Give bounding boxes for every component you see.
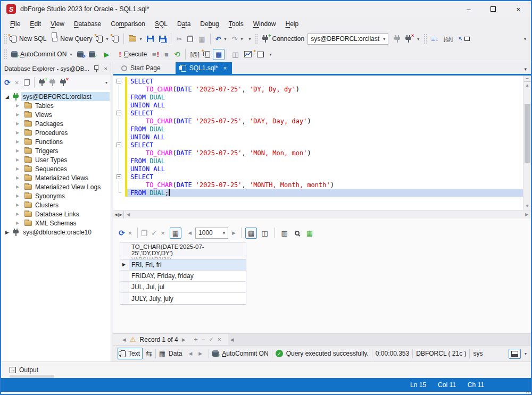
connect-button[interactable] — [392, 33, 403, 45]
rollback-button[interactable]: ✓ — [86, 49, 98, 60]
menu-window[interactable]: Window — [248, 18, 281, 30]
table-row[interactable]: FRIDAY, Friday, friday — [120, 271, 246, 282]
autocommit-status[interactable]: AutoCommit ON — [222, 350, 268, 357]
execute-script-button[interactable]: ≡ ! — [149, 49, 162, 60]
page-size-combobox[interactable]: 1000 ▾ — [195, 228, 228, 239]
apply-changes-icon[interactable]: ✓ — [151, 230, 157, 237]
fold-gutter[interactable] — [113, 101, 125, 109]
scroll-track[interactable] — [523, 89, 531, 203]
delete-record-button[interactable]: − — [202, 336, 205, 343]
open-file-button[interactable]: ▾ — [126, 34, 144, 44]
tree-item-views[interactable]: ▶Views — [1, 110, 111, 119]
toolbar-grip[interactable] — [423, 33, 427, 44]
new-sql-button[interactable]: New SQL — [9, 33, 49, 45]
expand-arrow-icon[interactable]: ▶ — [16, 194, 19, 198]
editor-vertical-scrollbar[interactable]: ═ ▲ ▼ — [523, 75, 531, 210]
code-line[interactable]: UNION ALL — [113, 165, 523, 173]
tab-start-page[interactable]: Start Page — [116, 62, 166, 74]
close-button[interactable]: × — [516, 5, 520, 13]
expand-arrow-icon[interactable]: ▶ — [5, 230, 9, 235]
explorer-close-icon[interactable]: × — [104, 65, 107, 72]
output-panel-label[interactable]: Output — [19, 366, 38, 374]
expand-arrow-icon[interactable]: ▶ — [16, 221, 19, 225]
commit-edits-icon[interactable] — [142, 230, 147, 236]
pin-icon[interactable] — [94, 65, 98, 72]
code-area[interactable]: SELECT TO_CHAR(DATE '2025-07-25', 'DY, D… — [113, 75, 523, 210]
menu-edit[interactable]: Edit — [25, 18, 46, 30]
tree-item-user-types[interactable]: ▶User Types — [1, 155, 111, 164]
cut-button[interactable]: ✂ — [173, 33, 185, 45]
code-line[interactable]: UNION ALL — [113, 101, 523, 109]
paste-button[interactable]: ▦ — [196, 33, 207, 45]
new-connection-button[interactable] — [111, 33, 121, 45]
card-view-button[interactable]: ◫ — [259, 228, 270, 239]
code-line[interactable]: TO_CHAR(DATE '2025-07-25', 'DY, Dy, dy') — [113, 85, 523, 93]
prev-result-button[interactable]: ◀ — [188, 350, 192, 357]
sql-toolbar-overflow-button[interactable]: ▾ — [267, 50, 275, 59]
edit-in-editor-button[interactable] — [202, 49, 213, 60]
menu-comparison[interactable]: Comparison — [106, 18, 150, 30]
fold-gutter[interactable] — [113, 85, 125, 93]
redo-button[interactable]: ↷ ▾ — [229, 33, 246, 45]
fold-gutter[interactable] — [113, 77, 125, 85]
table-row[interactable]: JULY, July, july — [120, 293, 246, 304]
new-connection-icon[interactable]: + — [39, 79, 45, 86]
text-view-button[interactable]: Text — [118, 348, 143, 359]
tree-connection[interactable]: ▶sys@dbforacle:oracle10 — [1, 228, 111, 237]
tree-item-xml-schemas[interactable]: ▶XML Schemas — [1, 218, 111, 228]
disconnect-button[interactable]: × — [403, 33, 414, 45]
refresh-icon[interactable]: ⟳ — [119, 230, 125, 237]
save-all-button[interactable] — [156, 33, 169, 44]
fold-gutter[interactable] — [113, 117, 125, 125]
fold-gutter[interactable] — [113, 109, 125, 117]
scroll-up-arrow[interactable]: ▲ — [525, 82, 529, 89]
tree-item-materialized-view-logs[interactable]: ▶Materialized View Logs — [1, 182, 111, 191]
autocommit-button[interactable]: ✓ AutoCommit ON ▾ — [9, 48, 74, 60]
maximize-button[interactable] — [491, 5, 496, 13]
new-connection2-button[interactable]: + — [260, 33, 271, 45]
expand-arrow-icon[interactable]: ▶ — [16, 157, 19, 162]
prev-record-button[interactable]: ◀ — [122, 337, 126, 342]
grid-horizontal-scrollbar[interactable]: ◀ — [228, 334, 531, 345]
pivot-chart-button[interactable] — [242, 49, 254, 60]
fold-gutter[interactable] — [113, 141, 125, 149]
fold-gutter[interactable] — [113, 93, 125, 101]
tree-item-clusters[interactable]: ▶Clusters — [1, 200, 111, 209]
overflow-icon[interactable]: ▾ — [105, 80, 107, 85]
menu-tools[interactable]: Tools — [224, 18, 248, 30]
new-query-button[interactable]: New Query — [49, 33, 95, 45]
resize-grip[interactable] — [1, 392, 531, 394]
export-data-button[interactable]: ▦ — [304, 228, 315, 239]
code-line[interactable]: FROM DUAL; — [113, 189, 523, 197]
refresh-icon[interactable]: ⟳ — [4, 79, 11, 86]
fold-gutter[interactable] — [113, 173, 125, 181]
column-visibility-button[interactable]: ▥ — [279, 228, 290, 239]
toolbar-grip[interactable] — [4, 33, 7, 44]
code-line[interactable]: SELECT — [113, 109, 523, 117]
tree-item-triggers[interactable]: ▶Triggers — [1, 146, 111, 155]
stop-button[interactable]: ■ — [162, 49, 171, 60]
save-button[interactable] — [144, 33, 156, 44]
menu-sql[interactable]: SQL — [150, 18, 172, 30]
scroll-down-arrow[interactable]: ▼ — [525, 203, 529, 210]
toolbar-overflow-button[interactable]: ▾ — [245, 35, 253, 44]
cancel-changes-icon[interactable]: × — [161, 230, 165, 237]
code-line[interactable]: FROM DUAL — [113, 125, 523, 133]
copy-button[interactable] — [185, 33, 196, 44]
data-view-label[interactable]: Data — [169, 350, 182, 357]
undo-button[interactable]: ↶ ▾ — [213, 33, 229, 45]
results-layout-button[interactable] — [509, 349, 521, 359]
sql-editor[interactable]: SELECT TO_CHAR(DATE '2025-07-25', 'DY, D… — [113, 75, 531, 210]
tab-list-dropdown-icon[interactable]: ▾ — [524, 66, 527, 72]
scroll-track[interactable] — [132, 211, 522, 218]
expand-arrow-icon[interactable]: ▶ — [16, 212, 19, 216]
next-page-button[interactable]: ▶ — [232, 230, 236, 237]
toolbar-grip[interactable] — [4, 49, 7, 60]
go-to-line-button[interactable]: ≡↓ — [428, 33, 441, 45]
stop-refresh-icon[interactable]: × — [15, 79, 19, 86]
history-button[interactable]: ⟲ — [171, 49, 183, 60]
fetch-all-button[interactable]: ▦ — [170, 228, 181, 239]
split-grip[interactable]: ◀|▶ — [113, 211, 124, 218]
menu-data[interactable]: Data — [172, 18, 195, 30]
swap-view-icon[interactable]: ⇆ — [146, 350, 152, 357]
